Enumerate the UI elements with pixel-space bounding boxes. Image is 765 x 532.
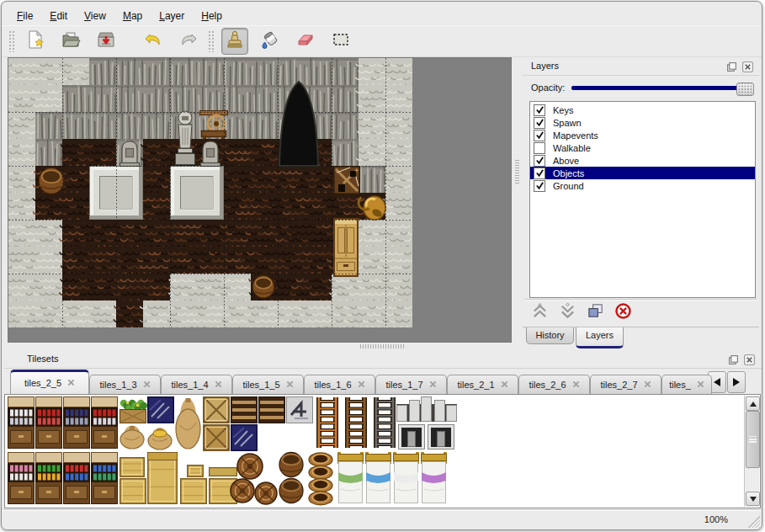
tab-close-icon[interactable] — [697, 380, 704, 390]
opacity-slider[interactable] — [571, 79, 754, 96]
fill-button[interactable] — [257, 28, 284, 55]
scroll-up-icon[interactable] — [746, 396, 760, 411]
menu-edit[interactable]: Edit — [41, 8, 76, 24]
layer-checkbox[interactable] — [534, 142, 545, 154]
eraser-icon — [295, 29, 316, 53]
tileset-tab-tiles_1_5[interactable]: tiles_1_5 — [232, 375, 304, 394]
lower-layer-button[interactable] — [557, 302, 577, 322]
tileset-scrollbar[interactable] — [744, 396, 759, 507]
tileset-tab-tiles_1_4[interactable]: tiles_1_4 — [161, 375, 232, 394]
layer-checkbox[interactable] — [534, 180, 545, 192]
layer-row-spawn[interactable]: Spawn — [530, 116, 755, 129]
zoom-level: 100% — [704, 514, 728, 524]
tab-close-icon[interactable] — [67, 378, 75, 388]
tileset-tab-tiles_1_6[interactable]: tiles_1_6 — [304, 375, 375, 394]
tileset-tab-tiles_2_1[interactable]: tiles_2_1 — [447, 375, 518, 394]
tab-label: History — [535, 330, 564, 340]
select-button[interactable] — [327, 28, 354, 55]
redo-icon — [178, 29, 199, 53]
layer-row-above[interactable]: Above — [530, 154, 755, 167]
delete-layer-button[interactable] — [613, 302, 633, 322]
layers-list: KeysSpawnMapeventsWalkableAboveObjectsGr… — [529, 101, 756, 298]
dock-tab-bar: HistoryLayers — [523, 327, 759, 349]
float-panel-icon[interactable] — [726, 61, 737, 72]
tab-close-icon[interactable] — [501, 380, 508, 390]
tileset-tab-tiles_1_3[interactable]: tiles_1_3 — [89, 375, 161, 394]
close-panel-icon[interactable] — [742, 61, 753, 72]
layer-row-walkable[interactable]: Walkable — [530, 141, 755, 154]
undo-icon — [143, 29, 163, 53]
menu-help[interactable]: Help — [193, 8, 231, 24]
tab-label: tiles_2_6 — [529, 380, 566, 390]
tab-label: tiles_1_5 — [242, 380, 279, 390]
editor-window: FileEditViewMapLayerHelp Layers Opacity:… — [1, 1, 762, 530]
layer-label: Mapevents — [553, 130, 598, 141]
tileset-tab-tiles_1_7[interactable]: tiles_1_7 — [375, 375, 447, 394]
tab-close-icon[interactable] — [572, 380, 580, 390]
new-file-button[interactable] — [22, 28, 49, 55]
layer-checkbox[interactable] — [534, 117, 545, 129]
tileset-tab-tiles_2_5[interactable]: tiles_2_5 — [10, 370, 89, 394]
undo-button[interactable] — [140, 28, 167, 55]
separator — [524, 299, 757, 300]
tab-close-icon[interactable] — [143, 380, 151, 390]
menubar: FileEditViewMapLayerHelp — [3, 7, 760, 25]
tab-close-icon[interactable] — [286, 380, 294, 390]
layer-row-mapevents[interactable]: Mapevents — [530, 129, 755, 141]
new-file-icon — [25, 29, 45, 53]
toolbar-grip[interactable] — [8, 30, 14, 52]
tab-close-icon[interactable] — [215, 380, 222, 390]
tab-close-icon[interactable] — [644, 380, 651, 390]
menu-file[interactable]: File — [8, 8, 41, 24]
resize-grip[interactable] — [746, 513, 760, 528]
layer-row-objects[interactable]: Objects — [530, 167, 755, 179]
layer-checkbox[interactable] — [534, 104, 545, 116]
tileset-tab-bar: tiles_2_5tiles_1_3tiles_1_4tiles_1_5tile… — [4, 369, 762, 394]
menu-map[interactable]: Map — [114, 8, 151, 24]
fill-icon — [260, 29, 280, 53]
layer-checkbox[interactable] — [534, 155, 545, 167]
vertical-splitter[interactable] — [512, 57, 522, 342]
layer-checkbox[interactable] — [534, 168, 545, 179]
tileset-tab-tiles_2_7[interactable]: tiles_2_7 — [590, 375, 661, 394]
tab-close-icon[interactable] — [429, 380, 437, 390]
menu-view[interactable]: View — [76, 8, 114, 24]
save-button[interactable] — [93, 28, 120, 55]
menu-layer[interactable]: Layer — [151, 8, 193, 24]
layer-row-ground[interactable]: Ground — [530, 179, 755, 192]
tab-scroll-right-button[interactable] — [727, 371, 746, 393]
layers-dock-titlebar: Layers — [523, 57, 759, 76]
tileset-canvas[interactable] — [8, 396, 462, 508]
opacity-slider-handle[interactable] — [736, 82, 754, 96]
statusbar: 100% — [2, 509, 762, 529]
layer-checkbox[interactable] — [534, 130, 545, 141]
duplicate-layer-button[interactable] — [585, 302, 605, 322]
tab-history[interactable]: History — [526, 327, 574, 344]
tileset-tab-tiles[interactable]: tiles_ — [661, 375, 712, 394]
scroll-down-icon[interactable] — [746, 492, 760, 506]
splitter-grip — [360, 344, 404, 348]
float-panel-icon[interactable] — [728, 354, 739, 364]
tab-close-icon[interactable] — [358, 380, 365, 390]
layer-label: Above — [553, 156, 579, 166]
tab-label: tiles_2_5 — [24, 378, 61, 388]
toolbar-grip[interactable] — [208, 30, 214, 52]
tab-layers[interactable]: Layers — [576, 327, 624, 348]
scrollbar-thumb[interactable] — [746, 411, 760, 468]
opacity-row: Opacity: — [523, 77, 759, 98]
close-panel-icon[interactable] — [744, 354, 755, 364]
raise-layer-button[interactable] — [529, 302, 550, 322]
layer-label: Keys — [553, 105, 573, 115]
open-button[interactable] — [57, 28, 84, 55]
stamp-button[interactable] — [221, 28, 248, 55]
redo-button[interactable] — [175, 28, 202, 55]
layer-row-keys[interactable]: Keys — [530, 104, 755, 116]
eraser-button[interactable] — [292, 28, 319, 55]
select-icon — [331, 29, 351, 53]
tileset-tab-tiles_2_6[interactable]: tiles_2_6 — [518, 375, 590, 394]
map-canvas[interactable] — [8, 58, 412, 327]
tilesets-dock-titlebar: Tilesets — [4, 350, 762, 369]
layer-label: Walkable — [553, 143, 591, 153]
tab-label: tiles_ — [669, 380, 691, 390]
duplicate-icon — [587, 302, 604, 323]
